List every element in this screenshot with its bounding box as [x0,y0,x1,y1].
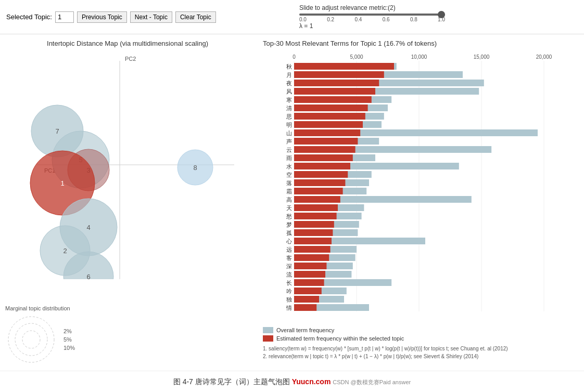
svg-text:10,000: 10,000 [411,54,427,60]
lambda-label: λ = 1 [299,22,313,30]
footnote2: 2. relevance(term w | topic t) = λ * p(w… [263,352,580,360]
svg-text:声: 声 [286,138,292,145]
svg-text:6: 6 [86,273,90,279]
svg-text:风: 风 [286,88,292,95]
source-label: CSDN @数模竞赛Paid answer [333,379,411,385]
svg-text:落: 落 [286,180,292,186]
bar-chart-svg: 0 5,000 10,000 15,000 20,000 秋月夜风寒清思明山声云… [263,51,580,322]
relevance-slider[interactable] [299,14,445,16]
figure-label: 图 4-7 唐诗常见字（词）主题气泡图 [173,377,290,386]
svg-text:0: 0 [293,54,296,60]
svg-text:愁: 愁 [286,213,292,219]
svg-rect-88 [294,238,332,244]
svg-text:秋: 秋 [286,63,292,70]
topic-legend-label: Estimated term frequency within the sele… [276,335,404,342]
svg-text:寒: 寒 [286,97,292,103]
svg-text:15,000: 15,000 [474,54,490,60]
svg-text:长: 长 [286,280,292,286]
marginal-5pct: 5% [64,336,75,343]
svg-text:高: 高 [286,197,292,203]
marginal-10pct: 10% [64,345,75,351]
svg-rect-52 [294,138,358,145]
marginal-title: Marginal topic distribution [5,305,250,311]
svg-text:水: 水 [286,163,292,169]
svg-text:心: 心 [286,238,292,244]
svg-text:云: 云 [286,147,292,153]
marginal-svg [5,313,57,365]
pc2-label: PC2 [125,56,136,62]
marginal-legend: 2% 5% 10% [64,328,75,351]
svg-text:清: 清 [286,105,292,111]
svg-rect-106 [294,288,322,294]
svg-point-12 [15,323,47,356]
svg-text:霜: 霜 [286,188,292,194]
svg-rect-43 [294,113,365,120]
svg-text:独: 独 [286,296,292,303]
svg-text:夜: 夜 [286,80,292,86]
overall-legend-label: Overall term frequency [276,327,334,333]
legend-area: Overall term frequency Estimated term fr… [263,327,580,342]
svg-rect-112 [294,304,316,311]
svg-rect-37 [294,96,372,103]
footnote1: 1. saliency(term w) = frequency(w) * [su… [263,345,580,352]
svg-text:远: 远 [286,246,292,253]
svg-rect-61 [294,163,350,169]
svg-text:客: 客 [286,255,292,261]
svg-text:流: 流 [286,271,292,278]
svg-rect-46 [294,121,363,128]
svg-rect-82 [294,221,334,228]
slider-ticks: 0.00.20.40.60.81.0 [299,17,445,22]
topic-input[interactable] [55,11,74,23]
svg-text:梦: 梦 [286,221,292,228]
svg-text:深: 深 [286,263,292,269]
slider-label: Slide to adjust relevance metric:(2) [299,4,396,11]
svg-text:月: 月 [286,72,292,78]
brand-label: Yuucn.com [292,377,331,386]
bubble-chart-svg: PC1 7 5 3 1 4 [5,50,250,279]
svg-point-13 [22,331,40,348]
legend-topic: Estimated term frequency within the sele… [263,335,580,342]
bubble-chart-title: Intertopic Distance Map (via multidimens… [5,40,250,47]
legend-overall: Overall term frequency [263,327,580,333]
svg-text:5,000: 5,000 [350,54,363,60]
clear-topic-button[interactable]: Clear Topic [175,11,216,23]
svg-rect-103 [294,279,324,286]
svg-text:雨: 雨 [286,155,292,161]
svg-text:孤: 孤 [286,230,292,236]
svg-text:2: 2 [63,247,67,255]
svg-rect-25 [294,63,394,70]
svg-rect-58 [294,154,353,161]
svg-rect-49 [294,129,360,136]
svg-text:情: 情 [286,305,292,311]
svg-text:吟: 吟 [286,288,292,294]
svg-rect-31 [294,80,379,86]
marginal-2pct: 2% [64,328,75,334]
svg-rect-94 [294,254,329,261]
svg-text:20,000: 20,000 [536,54,552,60]
svg-text:空: 空 [286,172,292,178]
bar-chart-area: 0 5,000 10,000 15,000 20,000 秋月夜风寒清思明山声云… [263,51,580,324]
svg-text:8: 8 [193,164,197,172]
svg-rect-55 [294,146,356,153]
svg-text:天: 天 [286,205,292,211]
svg-text:思: 思 [286,113,292,120]
bar-chart-title: Top-30 Most Relevant Terms for Topic 1 (… [263,40,580,47]
svg-rect-76 [294,204,338,211]
svg-rect-73 [294,196,340,203]
svg-rect-91 [294,246,331,253]
svg-rect-97 [294,263,326,269]
svg-rect-85 [294,229,333,236]
svg-rect-40 [294,104,368,111]
selected-topic-label: Selected Topic: [6,13,52,21]
svg-rect-34 [294,88,375,95]
svg-rect-64 [294,171,348,178]
svg-rect-79 [294,213,337,219]
prev-topic-button[interactable]: Previous Topic [77,11,127,23]
svg-text:明: 明 [286,122,292,128]
topic-color-box [263,335,273,342]
next-topic-button[interactable]: Next - Topic [130,11,172,23]
svg-text:7: 7 [55,127,59,135]
svg-rect-100 [294,271,325,278]
overall-color-box [263,327,273,333]
svg-rect-28 [294,71,384,78]
